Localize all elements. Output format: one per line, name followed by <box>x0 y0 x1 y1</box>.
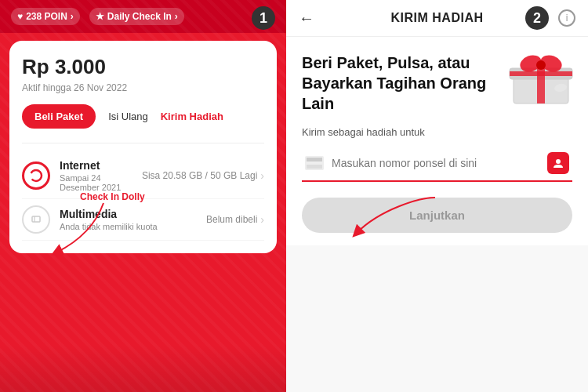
svg-point-15 <box>556 159 561 164</box>
flag-icon <box>305 156 324 170</box>
internet-status: Sisa 20.58 GB / 50 GB Lagi <box>142 170 257 181</box>
internet-right: Sisa 20.58 GB / 50 GB Lagi › <box>142 169 264 182</box>
lanjutkan-button[interactable]: Lanjutkan <box>302 198 572 233</box>
poin-chevron: › <box>71 11 74 22</box>
sub-label: Kirim sebagai hadiah untuk <box>302 126 572 138</box>
multimedia-sub: Anda tidak memiliki kuota <box>60 222 197 231</box>
svg-rect-1 <box>32 216 40 222</box>
left-panel: ♥ 238 POIN › ★ Daily Check In › 1 Rp 3.0… <box>0 0 286 392</box>
svg-rect-13 <box>307 158 322 162</box>
info-button[interactable]: i <box>558 9 575 27</box>
multimedia-status: Belum dibeli <box>206 214 257 225</box>
page-title: KIRIM HADIAH <box>391 11 484 25</box>
internet-sub: Sampai 24 Desember 2021 <box>60 173 132 192</box>
multimedia-info: Multimedia Anda tidak memiliki kuota <box>60 208 197 231</box>
right-panel: ← KIRIM HADIAH i 2 Beri Paket, Pulsa, at… <box>286 0 588 392</box>
internet-chevron: › <box>260 169 264 182</box>
multimedia-right: Belum dibeli › <box>206 213 264 226</box>
star-icon: ★ <box>96 11 104 22</box>
isi-ulang-link[interactable]: Isi Ulang <box>108 111 148 122</box>
action-buttons: Beli Paket Isi Ulang Kirim Hadiah <box>22 104 264 129</box>
price-label: Rp 3.000 <box>22 55 264 79</box>
contacts-icon[interactable] <box>547 152 569 174</box>
left-top-bar: ♥ 238 POIN › ★ Daily Check In › 1 <box>0 0 286 33</box>
panel-number-1: 1 <box>252 6 275 30</box>
daily-check-badge[interactable]: ★ Daily Check In › <box>89 8 184 25</box>
internet-icon <box>22 162 50 190</box>
internet-name: Internet <box>60 159 132 172</box>
daily-chevron: › <box>175 11 178 22</box>
beli-paket-button[interactable]: Beli Paket <box>22 104 96 129</box>
panel-number-2: 2 <box>525 6 549 30</box>
phone-input[interactable] <box>332 157 539 169</box>
multimedia-name: Multimedia <box>60 208 197 220</box>
active-until: Aktif hingga 26 Nov 2022 <box>22 82 264 93</box>
multimedia-icon <box>22 205 50 234</box>
right-content: Beri Paket, Pulsa, atau Bayarkan Tagihan… <box>286 37 588 245</box>
poin-badge[interactable]: ♥ 238 POIN › <box>11 8 80 25</box>
multimedia-chevron: › <box>260 213 264 226</box>
internet-row[interactable]: Internet Sampai 24 Desember 2021 Sisa 20… <box>22 153 264 199</box>
internet-info: Internet Sampai 24 Desember 2021 <box>60 159 132 192</box>
phone-input-container[interactable] <box>302 146 572 182</box>
right-header: ← KIRIM HADIAH i 2 <box>286 0 588 37</box>
main-card: Rp 3.000 Aktif hingga 26 Nov 2022 Beli P… <box>9 41 277 253</box>
multimedia-row[interactable]: Multimedia Anda tidak memiliki kuota Bel… <box>22 199 264 241</box>
daily-check-label: Daily Check In <box>107 11 172 22</box>
divider <box>22 143 264 143</box>
svg-rect-7 <box>510 71 572 76</box>
kirim-hadiah-link[interactable]: Kirim Hadiah <box>161 111 223 122</box>
poin-icon: ♥ <box>17 11 23 22</box>
svg-point-0 <box>31 170 42 181</box>
poin-label: 238 POIN <box>26 11 67 22</box>
svg-point-10 <box>536 60 546 70</box>
gift-illustration <box>502 45 580 107</box>
back-button[interactable]: ← <box>299 9 314 27</box>
svg-rect-14 <box>307 165 322 169</box>
main-heading: Beri Paket, Pulsa, atau Bayarkan Tagihan… <box>302 53 490 114</box>
